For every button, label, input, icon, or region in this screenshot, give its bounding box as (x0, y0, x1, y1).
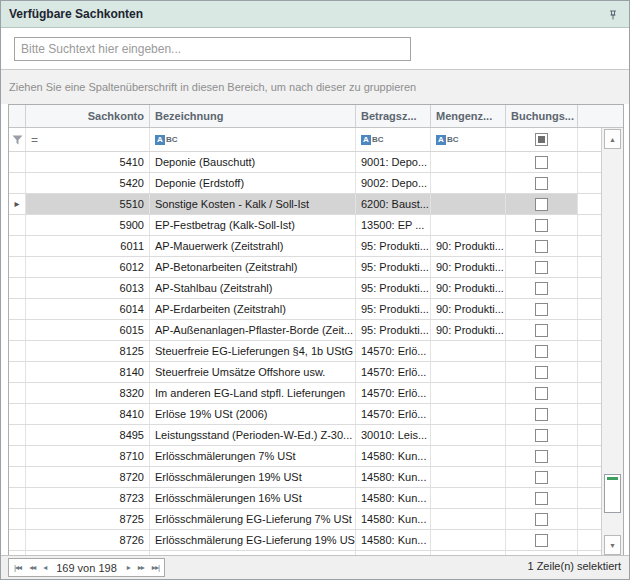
group-by-panel[interactable]: Ziehen Sie eine Spaltenüberschrift in di… (1, 69, 629, 104)
cell-filler (578, 446, 601, 466)
abc-filter-icon: ABC (436, 135, 459, 145)
cell-mengenzeile (431, 215, 506, 235)
header-betragszeile[interactable]: Betragsz... (356, 105, 431, 127)
header-mengenzeile[interactable]: Mengenz... (431, 105, 506, 127)
cell-sachkonto: 8320 (26, 383, 150, 403)
status-bar: |◂◂ ◂◂ ◂ 169 von 198 ▸ ▸▸ ▸▸| 1 Zeile(n)… (1, 555, 629, 579)
header-sachkonto[interactable]: Sachkonto (26, 105, 150, 127)
filter-buchung[interactable] (506, 128, 578, 151)
table-row[interactable]: ▸ 8495 Leistungsstand (Perioden-W-Ed.) Z… (9, 425, 601, 446)
table-row[interactable]: ▸ 8410 Erlöse 19% USt (2006) 14570: Erlö… (9, 404, 601, 425)
table-row[interactable]: ▸ 6012 AP-Betonarbeiten (Zeitstrahl) 95:… (9, 257, 601, 278)
equals-operator-icon: = (31, 133, 38, 147)
row-checkbox[interactable] (535, 366, 548, 379)
filter-mengenzeile[interactable]: ABC (431, 128, 506, 151)
next-page-button[interactable]: ▸ (125, 562, 132, 573)
vertical-scrollbar[interactable]: ▲ ▼ (601, 128, 623, 557)
cell-buchung (506, 236, 578, 256)
scroll-down-button[interactable]: ▼ (604, 535, 621, 555)
filter-betragszeile[interactable]: ABC (356, 128, 431, 151)
header-buchung[interactable]: Buchungs... (506, 105, 578, 127)
table-row[interactable]: ▸ 6013 AP-Stahlbau (Zeitstrahl) 95: Prod… (9, 278, 601, 299)
row-checkbox[interactable] (535, 534, 548, 547)
cell-bezeichnung: Sonstige Kosten - Kalk / Soll-Ist (150, 194, 356, 214)
table-row[interactable]: ▸ 8710 Erlösschmälerungen 7% USt 14580: … (9, 446, 601, 467)
sachkonten-grid: Sachkonto Bezeichnung Betragsz... Mengen… (8, 104, 624, 557)
row-checkbox[interactable] (535, 198, 548, 211)
row-indicator: ▸ (9, 488, 26, 508)
row-checkbox[interactable] (535, 471, 548, 484)
filter-checkbox[interactable] (535, 133, 548, 146)
scroll-up-button[interactable]: ▲ (604, 129, 621, 149)
filter-bezeichnung[interactable]: ABC (150, 128, 356, 151)
row-checkbox[interactable] (535, 408, 548, 421)
filter-sachkonto[interactable]: = (26, 128, 150, 151)
cell-bezeichnung: Steuerfreie EG-Lieferungen §4, 1b UStG (150, 341, 356, 361)
row-checkbox[interactable] (535, 219, 548, 232)
prev-page-button[interactable]: ◂ (41, 562, 48, 573)
table-row[interactable]: ▸ 8726 Erlösschmälerung EG-Lieferung 19%… (9, 530, 601, 551)
filter-indicator[interactable] (9, 128, 26, 151)
cell-buchung (506, 362, 578, 382)
row-indicator: ▸ (9, 404, 26, 424)
row-checkbox[interactable] (535, 240, 548, 253)
cell-sachkonto: 8725 (26, 509, 150, 529)
row-checkbox[interactable] (535, 324, 548, 337)
cell-sachkonto: 8140 (26, 362, 150, 382)
header-indicator (9, 105, 26, 127)
cell-sachkonto: 8723 (26, 488, 150, 508)
table-row[interactable]: ▸ 5510 Sonstige Kosten - Kalk / Soll-Ist… (9, 194, 601, 215)
prev-page-fast-button[interactable]: ◂◂ (27, 562, 37, 573)
table-row[interactable]: ▸ 5420 Deponie (Erdstoff) 9002: Depo... (9, 173, 601, 194)
last-page-button[interactable]: ▸▸| (150, 562, 161, 573)
first-page-button[interactable]: |◂◂ (12, 562, 23, 573)
search-input[interactable] (14, 37, 411, 61)
table-row[interactable]: ▸ 8320 Im anderen EG-Land stpfl. Lieferu… (9, 383, 601, 404)
row-indicator: ▸ (9, 173, 26, 193)
grid-body: ▸ 5410 Deponie (Bauschutt) 9001: Depo...… (9, 152, 601, 557)
cell-bezeichnung: AP-Stahlbau (Zeitstrahl) (150, 278, 356, 298)
row-checkbox[interactable] (535, 261, 548, 274)
table-row[interactable]: ▸ 8125 Steuerfreie EG-Lieferungen §4, 1b… (9, 341, 601, 362)
abc-filter-icon: ABC (155, 135, 178, 145)
table-row[interactable]: ▸ 5410 Deponie (Bauschutt) 9001: Depo... (9, 152, 601, 173)
row-checkbox[interactable] (535, 282, 548, 295)
next-page-fast-button[interactable]: ▸▸ (136, 562, 146, 573)
pin-button[interactable] (605, 7, 621, 23)
row-checkbox[interactable] (535, 513, 548, 526)
scrollbar-thumb[interactable] (604, 474, 621, 513)
row-checkbox[interactable] (535, 492, 548, 505)
cell-betragszeile: 30010: Leis... (356, 425, 431, 445)
cell-betragszeile: 95: Produkti... (356, 278, 431, 298)
cell-filler (578, 425, 601, 445)
table-row[interactable]: ▸ 6015 AP-Außenanlagen-Pflaster-Borde (Z… (9, 320, 601, 341)
cell-mengenzeile: 90: Produkti... (431, 257, 506, 277)
table-row[interactable]: ▸ 8720 Erlösschmälerungen 19% USt 14580:… (9, 467, 601, 488)
table-row[interactable]: ▸ 8723 Erlösschmälerungen 16% USt 14580:… (9, 488, 601, 509)
row-checkbox[interactable] (535, 345, 548, 358)
row-checkbox[interactable] (535, 156, 548, 169)
row-checkbox[interactable] (535, 387, 548, 400)
row-checkbox[interactable] (535, 177, 548, 190)
cell-mengenzeile (431, 341, 506, 361)
table-row[interactable]: ▸ 8140 Steuerfreie Umsätze Offshore usw.… (9, 362, 601, 383)
row-checkbox[interactable] (535, 429, 548, 442)
row-checkbox[interactable] (535, 450, 548, 463)
table-row[interactable]: ▸ 6011 AP-Mauerwerk (Zeitstrahl) 95: Pro… (9, 236, 601, 257)
cell-betragszeile: 95: Produkti... (356, 299, 431, 319)
cell-sachkonto: 6011 (26, 236, 150, 256)
row-checkbox[interactable] (535, 303, 548, 316)
cell-mengenzeile (431, 530, 506, 550)
table-row[interactable]: ▸ 8725 Erlösschmälerung EG-Lieferung 7% … (9, 509, 601, 530)
row-indicator: ▸ (9, 278, 26, 298)
cell-bezeichnung: Erlösschmälerungen 19% USt (150, 467, 356, 487)
cell-buchung (506, 257, 578, 277)
header-bezeichnung[interactable]: Bezeichnung (150, 105, 356, 127)
cell-sachkonto: 5510 (26, 194, 150, 214)
record-position-label: 169 von 198 (52, 562, 121, 574)
cell-filler (578, 257, 601, 277)
table-row[interactable]: ▸ 6014 AP-Erdarbeiten (Zeitstrahl) 95: P… (9, 299, 601, 320)
sachkonten-panel: Verfügbare Sachkonten Ziehen Sie eine Sp… (0, 0, 630, 580)
cell-betragszeile: 14580: Kun... (356, 446, 431, 466)
table-row[interactable]: ▸ 5900 EP-Festbetrag (Kalk-Soll-Ist) 135… (9, 215, 601, 236)
